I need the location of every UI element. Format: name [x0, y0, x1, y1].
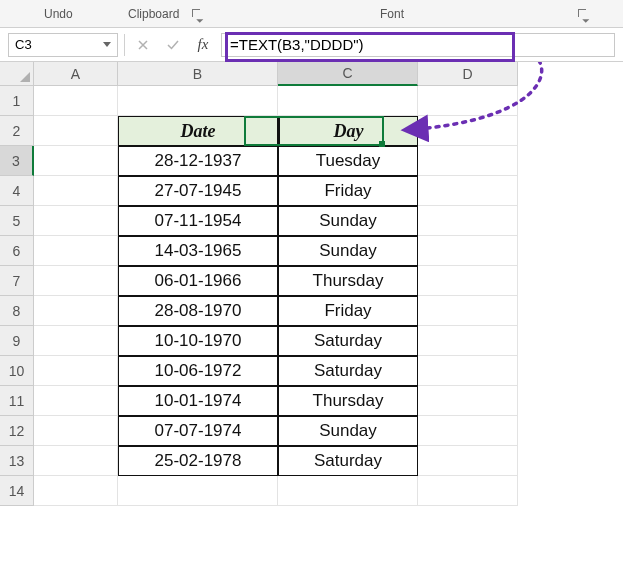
ribbon-group-clipboard[interactable]: Clipboard [128, 7, 179, 21]
cell-A9[interactable] [34, 326, 118, 356]
cell-D6[interactable] [418, 236, 518, 266]
dialog-launcher-icon[interactable] [578, 9, 588, 19]
row-header-14[interactable]: 14 [0, 476, 34, 506]
cell-C6[interactable]: Sunday [278, 236, 418, 266]
cell-C5[interactable]: Sunday [278, 206, 418, 236]
cell-C4[interactable]: Friday [278, 176, 418, 206]
row-header-1[interactable]: 1 [0, 86, 34, 116]
row-header-12[interactable]: 12 [0, 416, 34, 446]
separator [124, 34, 125, 56]
cell-B11[interactable]: 10-01-1974 [118, 386, 278, 416]
cell-D12[interactable] [418, 416, 518, 446]
ribbon: Undo Clipboard Font [0, 0, 623, 28]
cancel-button[interactable] [131, 33, 155, 57]
cell-A1[interactable] [34, 86, 118, 116]
cell-C14[interactable] [278, 476, 418, 506]
row-header-7[interactable]: 7 [0, 266, 34, 296]
row-header-3[interactable]: 3 [0, 146, 34, 176]
chevron-down-icon[interactable] [103, 42, 111, 47]
cell-A14[interactable] [34, 476, 118, 506]
cell-C12[interactable]: Sunday [278, 416, 418, 446]
cell-B9[interactable]: 10-10-1970 [118, 326, 278, 356]
cell-B1[interactable] [118, 86, 278, 116]
cell-D5[interactable] [418, 206, 518, 236]
cell-B4[interactable]: 27-07-1945 [118, 176, 278, 206]
cell-A7[interactable] [34, 266, 118, 296]
cell-B8[interactable]: 28-08-1970 [118, 296, 278, 326]
cell-D7[interactable] [418, 266, 518, 296]
cell-A5[interactable] [34, 206, 118, 236]
formula-bar: C3 fx =TEXT(B3,"DDDD") [0, 28, 623, 62]
cell-C3[interactable]: Tuesday [278, 146, 418, 176]
cell-D10[interactable] [418, 356, 518, 386]
col-header-D[interactable]: D [418, 62, 518, 86]
cell-D14[interactable] [418, 476, 518, 506]
cell-A10[interactable] [34, 356, 118, 386]
cell-B6[interactable]: 14-03-1965 [118, 236, 278, 266]
cell-C7[interactable]: Thursday [278, 266, 418, 296]
cell-A2[interactable] [34, 116, 118, 146]
cell-B14[interactable] [118, 476, 278, 506]
formula-input[interactable]: =TEXT(B3,"DDDD") [221, 33, 615, 57]
cell-B3[interactable]: 28-12-1937 [118, 146, 278, 176]
cell-C9[interactable]: Saturday [278, 326, 418, 356]
cell-D13[interactable] [418, 446, 518, 476]
select-all-corner[interactable] [0, 62, 34, 86]
row-header-6[interactable]: 6 [0, 236, 34, 266]
cell-D8[interactable] [418, 296, 518, 326]
fx-icon[interactable]: fx [191, 33, 215, 57]
cell-A13[interactable] [34, 446, 118, 476]
cell-D4[interactable] [418, 176, 518, 206]
cell-B10[interactable]: 10-06-1972 [118, 356, 278, 386]
row-header-8[interactable]: 8 [0, 296, 34, 326]
cell-A12[interactable] [34, 416, 118, 446]
col-header-B[interactable]: B [118, 62, 278, 86]
col-header-C[interactable]: C [278, 62, 418, 86]
cell-A3[interactable] [34, 146, 118, 176]
formula-text: =TEXT(B3,"DDDD") [230, 36, 364, 53]
cell-C10[interactable]: Saturday [278, 356, 418, 386]
cell-C2[interactable]: Day [278, 116, 418, 146]
cell-A4[interactable] [34, 176, 118, 206]
cell-B12[interactable]: 07-07-1974 [118, 416, 278, 446]
cell-C13[interactable]: Saturday [278, 446, 418, 476]
name-box[interactable]: C3 [8, 33, 118, 57]
cell-D1[interactable] [418, 86, 518, 116]
cell-C11[interactable]: Thursday [278, 386, 418, 416]
row-header-10[interactable]: 10 [0, 356, 34, 386]
cell-D3[interactable] [418, 146, 518, 176]
cell-B7[interactable]: 06-01-1966 [118, 266, 278, 296]
row-header-13[interactable]: 13 [0, 446, 34, 476]
cell-B2[interactable]: Date [118, 116, 278, 146]
cell-D11[interactable] [418, 386, 518, 416]
cell-D2[interactable] [418, 116, 518, 146]
ribbon-group-font[interactable]: Font [380, 7, 404, 21]
dialog-launcher-icon[interactable] [192, 9, 202, 19]
name-box-value: C3 [15, 37, 32, 52]
accept-button[interactable] [161, 33, 185, 57]
row-header-2[interactable]: 2 [0, 116, 34, 146]
cell-D9[interactable] [418, 326, 518, 356]
cell-A8[interactable] [34, 296, 118, 326]
row-header-11[interactable]: 11 [0, 386, 34, 416]
ribbon-group-undo[interactable]: Undo [44, 7, 73, 21]
row-header-9[interactable]: 9 [0, 326, 34, 356]
cell-C1[interactable] [278, 86, 418, 116]
col-header-A[interactable]: A [34, 62, 118, 86]
row-header-4[interactable]: 4 [0, 176, 34, 206]
row-header-5[interactable]: 5 [0, 206, 34, 236]
cell-B5[interactable]: 07-11-1954 [118, 206, 278, 236]
cell-A11[interactable] [34, 386, 118, 416]
cell-C8[interactable]: Friday [278, 296, 418, 326]
cell-B13[interactable]: 25-02-1978 [118, 446, 278, 476]
cell-A6[interactable] [34, 236, 118, 266]
